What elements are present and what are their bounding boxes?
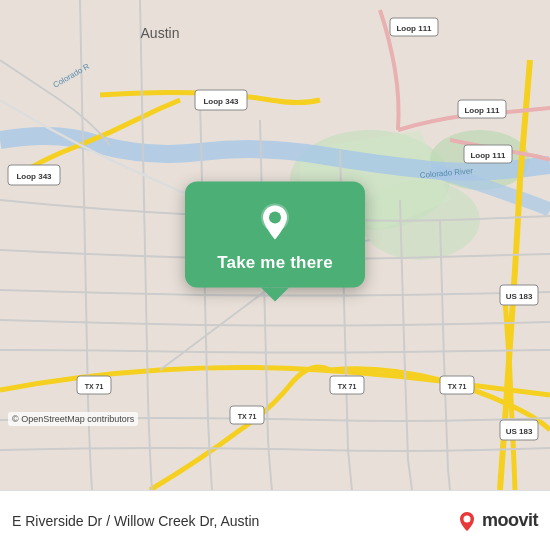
location-pin-icon xyxy=(253,199,297,243)
location-text: E Riverside Dr / Willow Creek Dr, Austin xyxy=(12,513,456,529)
svg-text:Loop 111: Loop 111 xyxy=(470,151,506,160)
svg-point-32 xyxy=(463,515,470,522)
svg-text:US 183: US 183 xyxy=(506,427,533,436)
osm-attribution: © OpenStreetMap contributors xyxy=(8,412,138,426)
svg-text:TX 71: TX 71 xyxy=(338,383,357,390)
svg-text:TX 71: TX 71 xyxy=(448,383,467,390)
bottom-bar: E Riverside Dr / Willow Creek Dr, Austin… xyxy=(0,490,550,550)
svg-text:Austin: Austin xyxy=(141,25,180,41)
svg-text:TX 71: TX 71 xyxy=(85,383,104,390)
svg-text:Loop 343: Loop 343 xyxy=(203,97,239,106)
svg-text:US 183: US 183 xyxy=(506,292,533,301)
moovit-logo: moovit xyxy=(456,510,538,532)
moovit-brand-text: moovit xyxy=(482,510,538,531)
moovit-pin-icon xyxy=(456,510,478,532)
svg-text:Loop 111: Loop 111 xyxy=(464,106,500,115)
map-container: Colorado River Loop 343 Loop 343 Loop 11… xyxy=(0,0,550,490)
svg-point-31 xyxy=(269,211,281,223)
svg-text:Loop 111: Loop 111 xyxy=(396,24,432,33)
svg-text:Loop 343: Loop 343 xyxy=(16,172,52,181)
take-me-there-label: Take me there xyxy=(217,253,333,273)
svg-text:TX 71: TX 71 xyxy=(238,413,257,420)
take-me-there-popup[interactable]: Take me there xyxy=(185,181,365,287)
